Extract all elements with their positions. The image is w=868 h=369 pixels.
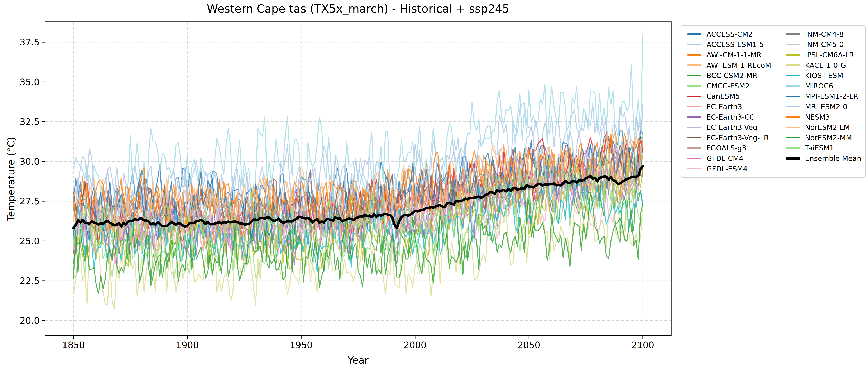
legend-item-ACCESS-ESM1-5: ACCESS-ESM1-5 xyxy=(687,39,786,50)
y-tick-label: 22.5 xyxy=(20,276,40,286)
legend-swatch xyxy=(786,54,800,56)
legend-swatch xyxy=(687,158,702,159)
series-group xyxy=(73,36,643,309)
legend-column-1: ACCESS-CM2ACCESS-ESM1-5AWI-CM-1-1-MRAWI-… xyxy=(687,29,786,174)
legend-label: FGOALS-g3 xyxy=(707,144,746,152)
legend-label: IPSL-CM6A-LR xyxy=(805,51,854,59)
legend-swatch xyxy=(786,85,800,87)
x-axis-label: Year xyxy=(45,355,671,366)
legend-swatch xyxy=(687,127,702,128)
legend-label: EC-Earth3-CC xyxy=(707,113,754,121)
legend-item-EC-Earth3-CC: EC-Earth3-CC xyxy=(687,112,786,122)
legend-item-MRI-ESM2-0: MRI-ESM2-0 xyxy=(786,101,863,112)
x-tick-label: 2100 xyxy=(631,340,654,350)
legend-item-AWI-ESM-1-REcoM: AWI-ESM-1-REcoM xyxy=(687,60,786,70)
legend-label: CanESM5 xyxy=(707,92,740,100)
legend-swatch xyxy=(786,127,800,128)
legend-swatch xyxy=(786,33,800,35)
legend-label: KIOST-ESM xyxy=(805,71,843,80)
legend-swatch xyxy=(687,106,702,107)
legend-swatch xyxy=(687,168,702,170)
legend-label: INM-CM4-8 xyxy=(805,30,844,38)
legend-item-MIROC6: MIROC6 xyxy=(786,81,863,91)
legend-label: EC-Earth3 xyxy=(707,102,742,111)
legend-swatch xyxy=(687,64,702,66)
legend-label: MPI-ESM1-2-LR xyxy=(805,92,858,100)
legend-item-EC-Earth3: EC-Earth3 xyxy=(687,101,786,112)
legend-swatch xyxy=(687,96,702,97)
legend-swatch xyxy=(786,116,800,118)
legend-item-AWI-CM-1-1-MR: AWI-CM-1-1-MR xyxy=(687,50,786,60)
y-tick-label: 27.5 xyxy=(20,196,40,207)
y-axis-label: Temperature (°C) xyxy=(5,137,17,221)
legend-swatch xyxy=(687,54,702,56)
legend-item-KIOST-ESM: KIOST-ESM xyxy=(786,70,863,81)
legend-label: EC-Earth3-Veg xyxy=(707,123,757,131)
legend-item-IPSL-CM6A-LR: IPSL-CM6A-LR xyxy=(786,50,863,60)
legend-swatch xyxy=(786,147,800,149)
chart-title: Western Cape tas (TX5x_march) - Historic… xyxy=(45,2,671,15)
legend-item-EC-Earth3-Veg-LR: EC-Earth3-Veg-LR xyxy=(687,132,786,143)
y-tick-label: 37.5 xyxy=(20,37,40,48)
x-tick-label: 1900 xyxy=(176,340,199,350)
legend-item-Ensemble Mean: Ensemble Mean xyxy=(786,153,863,164)
legend-item-TaiESM1: TaiESM1 xyxy=(786,143,863,153)
legend-swatch xyxy=(786,75,800,76)
legend-swatch xyxy=(786,157,800,160)
legend-label: INM-CM5-0 xyxy=(805,40,844,49)
legend-label: ACCESS-ESM1-5 xyxy=(707,40,764,49)
legend-item-NorESM2-MM: NorESM2-MM xyxy=(786,132,863,143)
x-tick-label: 2000 xyxy=(404,340,426,350)
y-tick-label: 20.0 xyxy=(20,315,40,326)
legend-item-CMCC-ESM2: CMCC-ESM2 xyxy=(687,81,786,91)
y-tick-label: 30.0 xyxy=(20,156,40,167)
legend-label: MRI-ESM2-0 xyxy=(805,102,847,111)
legend-label: EC-Earth3-Veg-LR xyxy=(707,133,769,142)
legend-swatch xyxy=(687,85,702,87)
legend-label: TaiESM1 xyxy=(805,144,834,152)
legend-label: MIROC6 xyxy=(805,82,833,90)
legend-item-NESM3: NESM3 xyxy=(786,112,863,122)
legend-item-CanESM5: CanESM5 xyxy=(687,91,786,102)
legend-item-MPI-ESM1-2-LR: MPI-ESM1-2-LR xyxy=(786,91,863,102)
legend-item-NorESM2-LM: NorESM2-LM xyxy=(786,122,863,132)
legend-item-INM-CM5-0: INM-CM5-0 xyxy=(786,39,863,50)
legend-item-ACCESS-CM2: ACCESS-CM2 xyxy=(687,29,786,39)
legend-swatch xyxy=(687,147,702,149)
legend-label: KACE-1-0-G xyxy=(805,61,846,69)
legend-item-GFDL-ESM4: GFDL-ESM4 xyxy=(687,164,786,174)
legend-item-BCC-CSM2-MR: BCC-CSM2-MR xyxy=(687,70,786,81)
legend-swatch xyxy=(687,44,702,45)
model-legend: ACCESS-CM2ACCESS-ESM1-5AWI-CM-1-1-MRAWI-… xyxy=(681,25,866,178)
legend-item-GFDL-CM4: GFDL-CM4 xyxy=(687,153,786,164)
legend-swatch xyxy=(786,64,800,66)
legend-label: NorESM2-LM xyxy=(805,123,850,131)
legend-label: AWI-CM-1-1-MR xyxy=(707,51,761,59)
legend-column-2: INM-CM4-8INM-CM5-0IPSL-CM6A-LRKACE-1-0-G… xyxy=(786,29,863,174)
legend-label: GFDL-ESM4 xyxy=(707,165,748,173)
y-tick-label: 32.5 xyxy=(20,117,40,127)
legend-label: BCC-CSM2-MR xyxy=(707,71,757,80)
y-tick-label: 25.0 xyxy=(20,236,40,246)
legend-swatch xyxy=(687,137,702,139)
legend-label: GFDL-CM4 xyxy=(707,154,743,162)
legend-swatch xyxy=(786,137,800,139)
legend-swatch xyxy=(786,96,800,97)
legend-item-INM-CM4-8: INM-CM4-8 xyxy=(786,29,863,39)
climate-projection-figure: 20.022.525.027.530.032.535.037.518501900… xyxy=(0,0,868,369)
legend-swatch xyxy=(687,75,702,76)
y-tick-label: 35.0 xyxy=(20,77,40,87)
legend-swatch xyxy=(786,106,800,107)
legend-item-KACE-1-0-G: KACE-1-0-G xyxy=(786,60,863,70)
x-tick-label: 1850 xyxy=(62,340,85,350)
legend-item-EC-Earth3-Veg: EC-Earth3-Veg xyxy=(687,122,786,132)
legend-label: ACCESS-CM2 xyxy=(707,30,753,38)
legend-swatch xyxy=(786,44,800,45)
legend-swatch xyxy=(687,33,702,35)
x-tick-label: 1950 xyxy=(290,340,312,350)
legend-label: NESM3 xyxy=(805,113,830,121)
legend-label: AWI-ESM-1-REcoM xyxy=(707,61,771,69)
legend-label: Ensemble Mean xyxy=(805,154,861,162)
legend-item-FGOALS-g3: FGOALS-g3 xyxy=(687,143,786,153)
legend-label: NorESM2-MM xyxy=(805,133,852,142)
